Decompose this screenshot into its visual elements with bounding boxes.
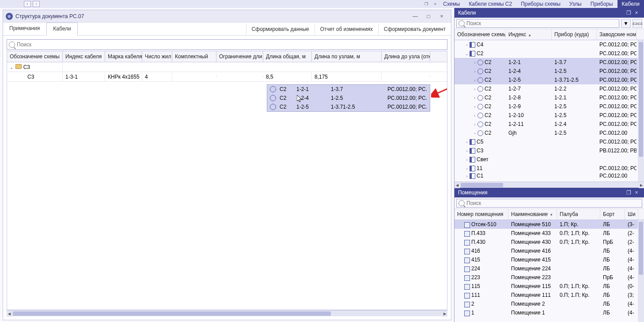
column-header[interactable]: Борт xyxy=(600,209,625,220)
tree-toggle-icon[interactable]: › xyxy=(472,69,477,74)
cable-row[interactable]: ›С21-2-51-3.71-2.5РС.0012.00; РС. xyxy=(455,76,644,84)
room-row[interactable]: Отсек-510Помещение 5101.П; Кр.ЛБ(3- xyxy=(455,220,644,229)
column-header[interactable]: Наименование▼ xyxy=(508,209,557,220)
cables-grid-body[interactable]: ›С4РС.0012.00; РС.⌄С2РС.0012.00; РС.›С21… xyxy=(455,40,644,182)
column-header[interactable]: Ши xyxy=(625,209,638,220)
cable-row[interactable]: ›С21-2-71-2.2РС.0012.00; РС. xyxy=(455,84,644,93)
room-row[interactable]: П.433Помещение 4330.П; 1.П; Кр.ЛБ(2- xyxy=(455,229,644,238)
nav-forward-button[interactable]: › xyxy=(33,1,40,7)
changes-report-button[interactable]: Отчет об изменениях xyxy=(314,23,378,35)
minimize-button[interactable]: — xyxy=(409,12,422,21)
close-button[interactable]: × xyxy=(435,12,448,21)
room-row[interactable]: 111Помещение 1110.П; 1.П; Кр.ЛБ(3; xyxy=(455,291,644,299)
tree-toggle-icon[interactable]: › xyxy=(472,114,477,118)
column-header[interactable]: Длина общая, м xyxy=(263,51,312,62)
column-header[interactable]: Прибор (куда) xyxy=(552,29,597,40)
restore-icon[interactable]: ❐ xyxy=(423,1,430,7)
column-header[interactable]: Обозначение схемы xyxy=(7,51,63,62)
tree-toggle-icon[interactable]: › xyxy=(472,87,477,91)
top-tab-1[interactable]: Кабели схемы С2 xyxy=(464,0,516,8)
top-tab-2[interactable]: Приборы схемы xyxy=(516,0,565,8)
table-row[interactable]: С31-3-1КНРк 4х165548,58,175 xyxy=(7,72,447,82)
column-header[interactable]: Длина по узлам, м xyxy=(312,51,382,62)
rooms-search-input[interactable] xyxy=(466,200,640,206)
generate-data-button[interactable]: Сформировать данные xyxy=(246,23,314,35)
tree-toggle-icon[interactable]: › xyxy=(472,96,477,100)
cable-row[interactable]: ›С21-2-111-2.4РС.0012.00; РС. xyxy=(455,120,644,129)
schema-row[interactable]: ›С3РВ.0122.00; РВ. xyxy=(455,146,644,155)
room-row[interactable]: 223Помещение 223ПрБ(4- xyxy=(455,273,644,282)
document-search-input[interactable] xyxy=(17,42,445,48)
close-icon[interactable]: × xyxy=(432,1,439,7)
column-header[interactable]: Индекс▲ xyxy=(506,29,552,40)
document-hscroll[interactable]: ◀ ▶ xyxy=(7,310,447,316)
top-tab-5[interactable]: Кабели xyxy=(617,0,644,8)
schema-row[interactable]: ›С4РС.0012.00; РС. xyxy=(455,40,644,49)
rooms-vscroll[interactable] xyxy=(638,220,644,322)
column-header[interactable]: Заводские номе xyxy=(597,29,636,40)
tree-toggle-icon[interactable]: › xyxy=(472,78,477,83)
room-row[interactable]: П.430Помещение 4300.П; 1.П; Кр.ПрБ(2- xyxy=(455,238,644,246)
room-row[interactable]: 416Помещение 416ЛБ(4- xyxy=(455,246,644,255)
schema-row[interactable]: ⌄С2РС.0012.00; РС. xyxy=(455,49,644,58)
tree-toggle-icon[interactable]: › xyxy=(464,174,470,178)
hscroll-right-arrow[interactable]: ▶ xyxy=(442,311,447,317)
tree-toggle-icon[interactable]: ⌄ xyxy=(464,52,470,56)
doc-tab-1[interactable]: Кабели xyxy=(46,23,77,36)
document-search[interactable] xyxy=(7,39,447,50)
panel-restore-icon[interactable]: ❐ xyxy=(625,189,633,196)
cables-hscroll[interactable]: ◀ ▶ xyxy=(455,182,644,188)
panel-close-icon[interactable]: × xyxy=(633,189,640,196)
top-tab-0[interactable]: Схемы xyxy=(439,0,464,8)
hscroll-left-arrow[interactable]: ◀ xyxy=(7,311,12,317)
cable-row[interactable]: ›С2Gjh1-2.5РС.0012.00 xyxy=(455,129,644,137)
tree-toggle-icon[interactable]: › xyxy=(464,149,470,153)
column-header[interactable]: Комплектный xyxy=(172,51,216,62)
tree-toggle-icon[interactable]: › xyxy=(464,158,470,162)
generate-document-button[interactable]: Сформировать документ xyxy=(378,23,451,35)
tree-toggle-icon[interactable]: › xyxy=(464,43,470,47)
panel-close-icon[interactable]: × xyxy=(633,10,640,16)
cables-vscroll[interactable] xyxy=(638,40,644,182)
room-row[interactable]: 415Помещение 415ЛБ(4- xyxy=(455,255,644,264)
column-header[interactable]: Число жил xyxy=(142,51,172,62)
nav-back-button[interactable]: ‹ xyxy=(24,1,31,7)
panel-restore-icon[interactable]: ❐ xyxy=(625,10,633,16)
doc-tab-0[interactable]: Примечания xyxy=(3,23,46,35)
cable-row[interactable]: ›С21-2-41-2.5РС.0012.00; РС. xyxy=(455,67,644,76)
cable-row[interactable]: ›С21-2-101-2.5РС.0012.00; РС. xyxy=(455,111,644,120)
column-header[interactable]: Обозначение схемы xyxy=(455,29,506,40)
document-grid-body[interactable]: ⌄ С3 С31-3-1КНРк 4х165548,58,175 С21-2-1… xyxy=(7,62,447,310)
cable-row[interactable]: ›С21-2-81-2.1РС.0012.00; РС. xyxy=(455,93,644,102)
column-header[interactable]: Длина до узла (отк xyxy=(382,51,430,62)
room-row[interactable]: 2Помещение 2ЛБ(4- xyxy=(455,299,644,308)
hscroll-thumb[interactable] xyxy=(13,311,331,316)
room-row[interactable]: 1Помещение 1ЛБ(4- xyxy=(455,308,644,317)
top-tab-4[interactable]: Приборы xyxy=(586,0,617,8)
layout-button[interactable]: ▭▭ xyxy=(633,19,642,28)
room-row[interactable]: 224Помещение 224ЛБ(4- xyxy=(455,264,644,273)
hscroll-thumb[interactable] xyxy=(461,183,503,187)
column-header[interactable]: Индекс кабеля xyxy=(63,51,105,62)
hscroll-right-arrow[interactable]: ▶ xyxy=(639,182,644,188)
tree-toggle-icon[interactable]: › xyxy=(472,122,477,127)
column-header[interactable]: Палуба xyxy=(557,209,600,220)
room-row[interactable]: 115Помещение 1150.П; 1.П; Кр.ЛБ(0- xyxy=(455,282,644,291)
chevron-down-icon[interactable]: ⌄ xyxy=(10,65,14,70)
tree-toggle-icon[interactable]: › xyxy=(464,167,470,171)
column-header[interactable]: Ограничение дли xyxy=(216,51,263,62)
filter-button[interactable]: ▼ xyxy=(621,19,631,28)
tree-toggle-icon[interactable]: › xyxy=(472,131,477,136)
cable-row[interactable]: ›С21-2-11-3.7РС.0012.00; РС. xyxy=(455,58,644,67)
hscroll-left-arrow[interactable]: ◀ xyxy=(455,182,460,188)
column-header[interactable]: Марка кабеля xyxy=(105,51,142,62)
cables-search-input[interactable] xyxy=(466,20,617,27)
maximize-button[interactable]: □ xyxy=(422,12,435,21)
schema-row[interactable]: ›Свет xyxy=(455,155,644,164)
schema-row[interactable]: ›С1РС.0012.00 xyxy=(455,173,644,179)
column-header[interactable]: Номер помещения xyxy=(455,209,508,220)
tree-toggle-icon[interactable]: › xyxy=(472,105,477,109)
tree-toggle-icon[interactable]: › xyxy=(472,61,477,65)
vscroll-thumb[interactable] xyxy=(639,42,643,157)
schema-row[interactable]: ›С5РС.0012.00; РС. xyxy=(455,137,644,146)
